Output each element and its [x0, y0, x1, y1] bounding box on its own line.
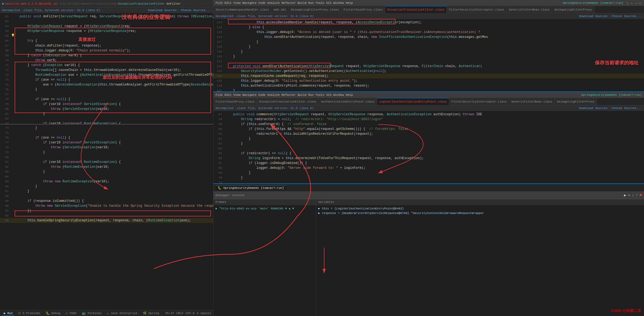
code-line-71: 71 } catch (Exception var10) {: [0, 63, 213, 68]
annotation-exception-handle: 放过后的过滤器抛出异常处理的代码: [103, 75, 172, 80]
tab-m-exception-translation[interactable]: ExceptionTranslationFilter.class: [257, 98, 319, 106]
frames-header: Frames: [213, 199, 316, 205]
code-line-72: 72 Throwable[] causeChain = this.throwab…: [0, 68, 213, 73]
frame-entry-1[interactable]: ▶ "http-bio-8082-ex-acp 'main' RUNNING ▼…: [213, 206, 316, 211]
code-line-l78: 78 throw (ServletException)var10;: [0, 145, 213, 150]
tab-filter-chain[interactable]: FilterChainProxy.class: [341, 6, 385, 14]
right-middle-download[interactable]: Download Sources: [579, 107, 608, 110]
left-upper-tab-bar: security-web-5.1.5.RELEASE.jar org › spr…: [0, 0, 213, 8]
download-sources-link[interactable]: Download Sources: [148, 9, 177, 12]
tab-m-generic-filter[interactable]: GenericFilterBean.class: [509, 98, 555, 106]
code-line-70: 70 throw var9;: [0, 58, 213, 63]
r-code-122: 122 protected void sendStartAuthenticati…: [213, 64, 644, 69]
encoding: UTF-8: [186, 312, 194, 315]
code-line-l75: 75: [0, 130, 213, 135]
console-tab-label[interactable]: Console: [232, 194, 244, 197]
m-code-58: 58 String redirectUrl = null; // redirec…: [213, 117, 644, 122]
debug-step-into-btn[interactable]: ↓: [632, 193, 634, 198]
code-lines-upper: 没有具体的业务逻辑 直接放过 放过后的过滤器抛出异常处理的代码 61 publi…: [0, 13, 213, 124]
debug-buttons: ▶ ↷ ↓ ↑ ■: [624, 193, 642, 198]
right-panel: File Edit View Navigate Code Analyze Ref…: [213, 0, 644, 316]
r-code-126: 126 this.authenticationEntryPoint.commen…: [213, 83, 644, 88]
debug-step-out-btn[interactable]: ↑: [636, 193, 638, 198]
code-line-64: 64 HttpServletResponse response = (HttpS…: [0, 29, 213, 34]
var-response[interactable]: ▶ response = {HeaderWriterHttpServletRes…: [316, 211, 644, 215]
code-line-l85: 85 throw new RuntimeException(var10);: [0, 179, 213, 184]
tab-filter-security-interceptor[interactable]: FilterSecurityInterceptor.class: [447, 6, 507, 14]
tab-delegating-filter[interactable]: DelegatingFilterProxy.class: [289, 6, 341, 14]
code-line-l90: 90 throw new ServletException("Unable to…: [0, 203, 213, 208]
r-code-118: 118 }: [213, 44, 644, 49]
tab-m-auth-entry[interactable]: AuthenticationEntryPoint.class: [319, 98, 377, 106]
tab-problems[interactable]: ⬡ 6 Problems: [16, 311, 42, 315]
tab-namespace-handler[interactable]: SecurityNamespaceHandler.class: [213, 6, 271, 14]
code-line-l83: 83 }: [0, 169, 213, 174]
var-this[interactable]: ▶ this = {LoginUrlAuthenticationEntryPoi…: [316, 206, 644, 211]
debug-step-over-btn[interactable]: ↷: [628, 193, 630, 198]
tab-generic-filter-bean[interactable]: GenericFilterBean.class: [507, 6, 552, 14]
right-middle-choose[interactable]: Choose Sources...: [612, 107, 642, 110]
code-line-78: 78 if (ase == null) {: [0, 97, 213, 102]
debug-resume-btn[interactable]: ▶: [624, 193, 626, 198]
code-line-67: 67 chain.doFilter(request, response);: [0, 43, 213, 48]
variables-panel: Variables ▶ this = {LoginUrlAuthenticati…: [316, 199, 644, 316]
code-line-l88: 88: [0, 194, 213, 199]
code-line-69: 69 } catch (IOException var9) {: [0, 53, 213, 58]
r-code-117: 117 }: [213, 40, 644, 44]
tab-m-filter-chain[interactable]: FilterChainProxy.class: [213, 98, 257, 106]
right-top-choose[interactable]: Choose Sources...: [612, 15, 642, 18]
left-lower: 74 } 75 76 if (ase == null) { 77: [0, 124, 213, 316]
debug-tab-spring-demo[interactable]: 🐛 SpringSecurityDemo01 [tomcat7:run]: [216, 185, 286, 190]
tab-terminal[interactable]: 📺 Terminal: [80, 311, 103, 315]
code-line-80: 80 throw (ServletException)var10;: [0, 107, 213, 111]
cursor-position: 65:47: [165, 312, 174, 315]
tab-delegating-filter-proxy2[interactable]: DelegatingFilterProxy: [552, 6, 594, 14]
choose-sources-link[interactable]: Choose Sources...: [181, 9, 211, 12]
code-line-82: 82: [0, 116, 213, 121]
code-line-62: 62: [0, 19, 213, 24]
r-code-127: 127 }: [213, 88, 644, 91]
frames-label: Frames: [216, 200, 226, 204]
project-name-middle: SpringSecurityDemo01 [tomcat7:run]: [581, 93, 642, 97]
right-middle-code-lines: 57 public void commence(HttpServletReque…: [213, 111, 644, 183]
m-code-57: 57 public void commence(HttpServletReque…: [213, 112, 644, 117]
code-line-l86: 86 }: [0, 184, 213, 189]
code-line-76: 76 }: [0, 87, 213, 92]
tab-security-web[interactable]: security-web-5.1.5.RELEASE.jar org › spr…: [0, 0, 183, 8]
left-lower-code: 74 } 75 76 if (ase == null) { 77: [0, 124, 213, 310]
tab-debug[interactable]: 🐛 Debug: [44, 311, 62, 315]
m-code-61: 61 redirectUrl = this.buildHttpsRedirect…: [213, 131, 644, 136]
code-lines-lower: 74 } 75 76 if (ase == null) { 77: [0, 124, 213, 224]
tab-m-filter-security[interactable]: FilterSecurityInterceptor.class: [449, 98, 509, 106]
tab-m-login-url[interactable]: LoginUrlAuthenticationEntryPoint.class: [377, 98, 450, 106]
frames-panel: Frames ▶ "http-bio-8082-ex-acp 'main' RU…: [213, 199, 316, 316]
right-top-info-text: Decompiled .class file, bytecode version…: [216, 15, 314, 18]
right-top-download[interactable]: Download Sources: [579, 15, 608, 18]
m-code-69: 69 }: [213, 170, 644, 175]
tab-todo[interactable]: ☑ TODO: [64, 311, 78, 315]
line-endings: CRLF: [176, 312, 183, 315]
r-code-116: 116 this.sendStartAuthentication(request…: [213, 35, 644, 40]
debug-stop-btn[interactable]: ■: [640, 193, 642, 198]
r-code-123: 123 SecurityContextHolder.getContext().s…: [213, 69, 644, 74]
code-line-77: 77: [0, 92, 213, 97]
tab-webxml[interactable]: web.xml: [271, 6, 289, 14]
tab-spring[interactable]: 🌿 Spring: [141, 311, 161, 315]
r-code-114: 114 } else {: [213, 25, 644, 30]
m-code-64: 64: [213, 146, 644, 151]
tab-run[interactable]: ▶ Run: [2, 311, 14, 316]
tab-m-delegating[interactable]: DelegatingFilterProxy: [555, 98, 597, 106]
tab-java-enterprise[interactable]: ☕ Java Enterprise: [105, 311, 139, 315]
tab-exception-translation[interactable]: ExceptionTranslationFilter.class: [385, 6, 447, 14]
code-line-l93: 93 this.handleSpringSecurityException(re…: [0, 218, 213, 223]
code-line-83: 83 if (var10 instanceof RuntimeException…: [0, 121, 213, 124]
debugger-tab-label[interactable]: Debugger: [216, 194, 230, 197]
m-code-63: 63 }: [213, 141, 644, 146]
code-line-68: 68 this.logger.debug(0: "Chain processed…: [0, 48, 213, 53]
m-code-71: 71: [213, 180, 644, 183]
csdn-watermark: CSDN @问我二丢: [611, 308, 641, 313]
r-code-113: 113 this.accessDeniedHandler.handle(requ…: [213, 20, 644, 25]
tab-label: security-web-5.1.5.RELEASE.jar: [5, 2, 58, 5]
menu-bar-top: File Edit View Navigate Code Analyze Ref…: [213, 0, 644, 6]
code-line-l87: 87 }: [0, 189, 213, 194]
